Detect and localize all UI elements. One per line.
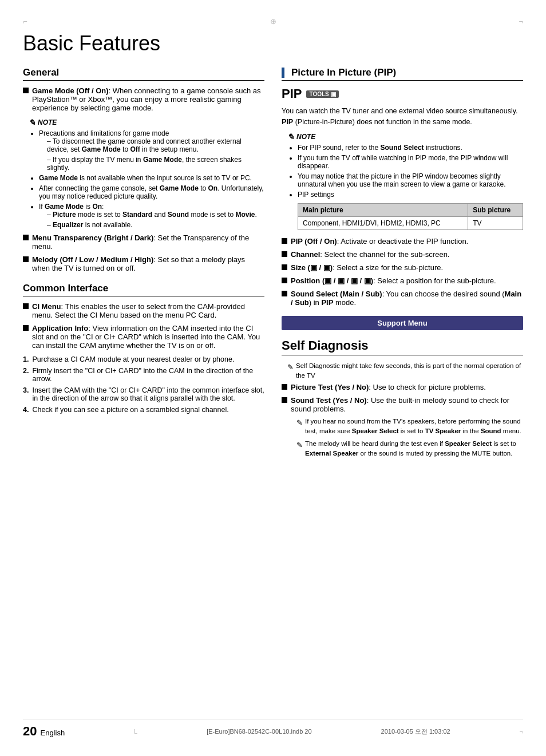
gamemode-note: ✎ NOTE Precautions and limitations for g…	[29, 118, 264, 229]
page-footer: 20 English L [E-Euro]BN68-02542C-00L10.i…	[23, 719, 523, 739]
ci-step-3-text: Insert the CAM with the "CI or CI+ CARD"…	[32, 386, 264, 402]
page-number: 20 English	[23, 724, 65, 739]
pip-settings-table: Main picture Sub picture Component, HDMI…	[298, 203, 523, 230]
pip-position-text: Position (▣ / ▣ / ▣ / ▣): Select a posit…	[291, 276, 496, 285]
pip-section-title: Picture In Picture (PIP)	[282, 67, 523, 81]
general-section-title: General	[23, 67, 264, 81]
bullet-icon	[282, 251, 287, 257]
pip-note-icon: ✎	[287, 132, 294, 141]
note-item-gamemode-tv-pc: Game Mode is not available when the inpu…	[39, 174, 264, 182]
ci-step-2-text: Firmly insert the "CI or CI+ CARD" into …	[32, 367, 264, 383]
bullet-icon	[282, 264, 287, 270]
page-num-big: 20	[23, 724, 37, 739]
pip-bold: PIP	[282, 118, 293, 126]
label-app-info: Application Info	[32, 324, 88, 333]
pip-note-items: For PIP sound, refer to the Sound Select…	[287, 144, 523, 230]
gamemode-on-picture: Picture mode is set to Standard and Soun…	[47, 211, 264, 219]
self-diag-note-icon: ✎	[287, 362, 294, 373]
footer-left: L	[134, 728, 137, 735]
bullet-icon	[282, 238, 287, 244]
note-item-gamemode-is-on: If Game Mode is On: Picture mode is set …	[39, 203, 264, 229]
bullet-icon	[23, 88, 29, 93]
pip-size-text: Size (▣ / ▣): Select a size for the sub-…	[291, 263, 443, 272]
note-item-gamemode-on: After connecting the game console, set G…	[39, 184, 264, 200]
precaution-2: If you display the TV menu in Game Mode,…	[47, 156, 264, 172]
precautions-subitems: To disconnect the game console and conne…	[39, 137, 264, 172]
self-diag-picture-test: Picture Test (Yes / No): Use to check fo…	[282, 383, 523, 391]
general-item-gamemode-text: Game Mode (Off / On): When connecting to…	[32, 86, 264, 112]
ci-menu-text: CI Menu: This enables the user to select…	[32, 302, 264, 319]
pip-onoff-text: PIP (Off / On): Activate or deactivate t…	[291, 237, 468, 246]
general-item-menu-text: Menu Transparency (Bright / Dark): Set t…	[32, 233, 264, 251]
pip-table-header-sub: Sub picture	[468, 203, 523, 216]
pip-note: ✎ NOTE For PIP sound, refer to the Sound…	[287, 132, 523, 230]
support-menu-bar: Support Menu	[282, 316, 523, 330]
pip-note-1: For PIP sound, refer to the Sound Select…	[298, 144, 523, 152]
ci-item-ci-menu: CI Menu: This enables the user to select…	[23, 302, 264, 319]
general-items: Game Mode (Off / On): When connecting to…	[23, 86, 264, 112]
self-diag-sound-test: Sound Test (Yes / No): Use the built-in …	[282, 396, 523, 461]
section-bar-icon	[282, 68, 284, 78]
pip-item-position: Position (▣ / ▣ / ▣ / ▣): Select a posit…	[282, 276, 523, 285]
footer-corner-bl: L	[134, 728, 137, 735]
ci-app-info-text: Application Info: View information on th…	[32, 324, 264, 350]
bullet-icon	[282, 278, 287, 283]
self-diag-items: Picture Test (Yes / No): Use to check fo…	[282, 383, 523, 461]
pip-section-title-text: Picture In Picture (PIP)	[291, 67, 396, 78]
corner-mark-tr: ¬	[519, 17, 523, 26]
general-item-gamemode: Game Mode (Off / On): When connecting to…	[23, 86, 264, 112]
sound-test-note-1: ✎ If you hear no sound from the TV's spe…	[296, 417, 523, 437]
ci-items: CI Menu: This enables the user to select…	[23, 302, 264, 350]
two-col-layout: General Game Mode (Off / On): When conne…	[23, 67, 523, 466]
step-num: 1.	[23, 355, 29, 363]
pip-sound-select-text: Sound Select (Main / Sub): You can choos…	[291, 290, 523, 307]
label-gamemode: Game Mode (Off / On)	[32, 86, 109, 95]
pip-item-onoff: PIP (Off / On): Activate or deactivate t…	[282, 237, 523, 246]
ci-step-1: 1. Purchase a CI CAM module at your near…	[23, 355, 264, 363]
bullet-icon	[23, 303, 29, 309]
pip-item-channel: Channel: Select the channel for the sub-…	[282, 250, 523, 259]
pip-description: You can watch the TV tuner and one exter…	[282, 106, 523, 128]
pip-note-2: If you turn the TV off while watching in…	[298, 154, 523, 170]
self-diag-note-text: Self Diagnostic might take few seconds, …	[296, 361, 523, 381]
note-icon: ✎	[29, 118, 35, 127]
picture-test-text: Picture Test (Yes / No): Use to check fo…	[291, 383, 486, 391]
pip-table-row: Component, HDMI1/DVI, HDMI2, HDMI3, PC T…	[298, 216, 523, 229]
pip-channel-text: Channel: Select the channel for the sub-…	[291, 250, 449, 259]
label-melody: Melody (Off / Low / Medium / High)	[32, 255, 153, 264]
ci-step-3: 3. Insert the CAM with the "CI or CI+ CA…	[23, 386, 264, 402]
pip-note-4: PIP settings Main picture Sub picture Co…	[298, 191, 523, 230]
bullet-icon	[282, 397, 287, 403]
tools-badge: TOOLS ▣	[306, 90, 338, 98]
note-items-list: Precautions and limitations for game mod…	[29, 129, 264, 229]
general-item-menu-transparency: Menu Transparency (Bright / Dark): Set t…	[23, 233, 264, 251]
pip-note-title: NOTE	[296, 133, 315, 141]
step-num: 4.	[23, 406, 29, 414]
pip-sub-source: TV	[468, 216, 523, 229]
general-item-melody: Melody (Off / Low / Medium / High): Set …	[23, 255, 264, 272]
step-num: 2.	[23, 367, 29, 383]
ci-step-2: 2. Firmly insert the "CI or CI+ CARD" in…	[23, 367, 264, 383]
bullet-icon	[282, 384, 287, 390]
corner-mark-tl: ⌐	[23, 17, 27, 26]
pip-note-3: You may notice that the picture in the P…	[298, 172, 523, 188]
bullet-icon	[282, 291, 287, 296]
sound-test-note-icon-1: ✎	[296, 417, 303, 429]
pip-item-sound-select: Sound Select (Main / Sub): You can choos…	[282, 290, 523, 307]
general-items-2: Menu Transparency (Bright / Dark): Set t…	[23, 233, 264, 272]
right-column: Picture In Picture (PIP) PIP TOOLS ▣ You…	[282, 67, 523, 466]
corner-marks-top: ⌐ ⊕ ¬	[23, 17, 523, 26]
crosshair-top: ⊕	[270, 17, 276, 26]
bullet-icon	[23, 256, 29, 262]
left-column: General Game Mode (Off / On): When conne…	[23, 67, 264, 466]
footer-file: [E-Euro]BN68-02542C-00L10.indb 20	[207, 728, 311, 735]
footer-corner-br: ¬	[520, 728, 523, 735]
pip-note-label: ✎ NOTE	[287, 132, 523, 141]
note-label: ✎ NOTE	[29, 118, 264, 127]
ci-numbered-list: 1. Purchase a CI CAM module at your near…	[23, 355, 264, 414]
ci-step-1-text: Purchase a CI CAM module at your nearest…	[32, 355, 234, 363]
bullet-icon	[23, 325, 29, 331]
ci-item-app-info: Application Info: View information on th…	[23, 324, 264, 350]
pip-item-size: Size (▣ / ▣): Select a size for the sub-…	[282, 263, 523, 272]
sound-test-note-icon-2: ✎	[296, 440, 303, 451]
